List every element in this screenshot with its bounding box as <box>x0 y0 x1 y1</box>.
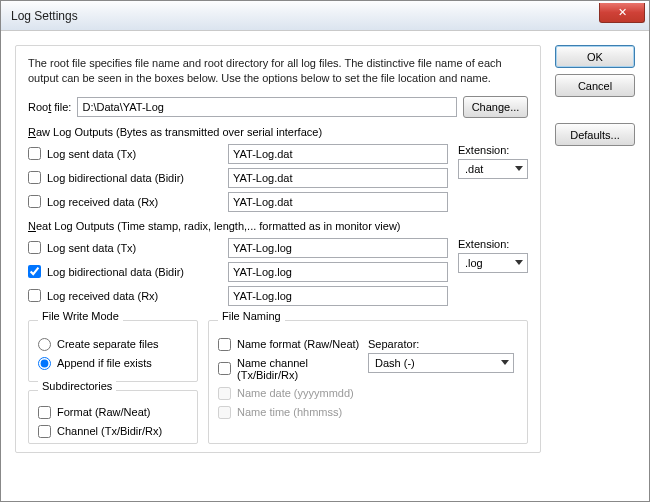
close-button[interactable]: ✕ <box>599 3 645 23</box>
chevron-down-icon <box>515 166 523 171</box>
name-format-checkbox[interactable]: Name format (Raw/Neat) <box>218 338 360 351</box>
append-radio[interactable]: Append if file exists <box>38 357 188 370</box>
description-text: The root file specifies file name and ro… <box>28 56 528 86</box>
chevron-down-icon <box>501 360 509 365</box>
name-channel-checkbox[interactable]: Name channel (Tx/Bidir/Rx) <box>218 357 360 381</box>
raw-sent-file[interactable] <box>228 144 448 164</box>
raw-bidir-checkbox[interactable]: Log bidirectional data (Bidir) <box>28 171 218 184</box>
defaults-button[interactable]: Defaults... <box>555 123 635 146</box>
raw-recv-checkbox[interactable]: Log received data (Rx) <box>28 195 218 208</box>
raw-section-title: Raw Log Outputs (Bytes as transmitted ov… <box>28 126 528 138</box>
neat-ext-combo[interactable]: .log <box>458 253 528 273</box>
name-time-checkbox: Name time (hhmmss) <box>218 406 360 419</box>
neat-ext-label: Extension: <box>458 238 528 250</box>
neat-recv-checkbox[interactable]: Log received data (Rx) <box>28 289 218 302</box>
close-icon: ✕ <box>618 6 627 19</box>
neat-sent-file[interactable] <box>228 238 448 258</box>
subdir-channel-checkbox[interactable]: Channel (Tx/Bidir/Rx) <box>38 425 188 438</box>
subdirectories-group: Subdirectories Format (Raw/Neat) Channel… <box>28 384 198 444</box>
chevron-down-icon <box>515 260 523 265</box>
change-button[interactable]: Change... <box>463 96 528 118</box>
name-date-checkbox: Name date (yyyymmdd) <box>218 387 360 400</box>
window-title: Log Settings <box>11 9 78 23</box>
raw-bidir-file[interactable] <box>228 168 448 188</box>
side-buttons: OK Cancel Defaults... <box>555 45 635 453</box>
neat-bidir-file[interactable] <box>228 262 448 282</box>
ok-button[interactable]: OK <box>555 45 635 68</box>
file-naming-group: File Naming Name format (Raw/Neat) Name … <box>208 314 528 444</box>
titlebar: Log Settings ✕ <box>1 1 649 31</box>
subdirectories-legend: Subdirectories <box>38 380 116 392</box>
neat-sent-checkbox[interactable]: Log sent data (Tx) <box>28 241 218 254</box>
neat-section-title: Neat Log Outputs (Time stamp, radix, len… <box>28 220 528 232</box>
separator-combo[interactable]: Dash (-) <box>368 353 514 373</box>
main-panel: The root file specifies file name and ro… <box>15 45 541 453</box>
create-separate-radio[interactable]: Create separate files <box>38 338 188 351</box>
raw-recv-file[interactable] <box>228 192 448 212</box>
file-write-mode-group: File Write Mode Create separate files Ap… <box>28 314 198 382</box>
subdir-format-checkbox[interactable]: Format (Raw/Neat) <box>38 406 188 419</box>
root-file-input[interactable] <box>77 97 457 117</box>
neat-bidir-checkbox[interactable]: Log bidirectional data (Bidir) <box>28 265 218 278</box>
neat-recv-file[interactable] <box>228 286 448 306</box>
file-write-mode-legend: File Write Mode <box>38 310 123 322</box>
raw-sent-checkbox[interactable]: Log sent data (Tx) <box>28 147 218 160</box>
raw-ext-label: Extension: <box>458 144 528 156</box>
root-file-label: Root file: <box>28 101 71 113</box>
separator-label: Separator: <box>368 338 518 350</box>
cancel-button[interactable]: Cancel <box>555 74 635 97</box>
raw-ext-combo[interactable]: .dat <box>458 159 528 179</box>
file-naming-legend: File Naming <box>218 310 285 322</box>
